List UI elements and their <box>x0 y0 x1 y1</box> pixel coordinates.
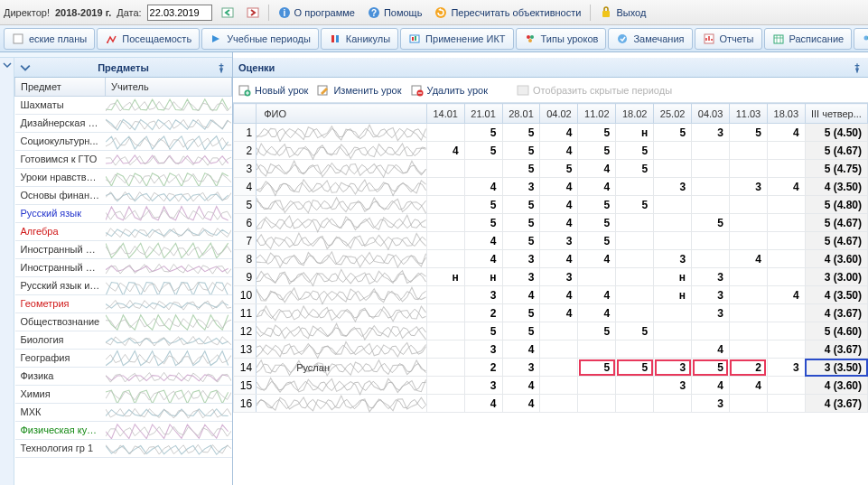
grade-cell[interactable] <box>464 160 502 178</box>
grade-cell[interactable]: 4 <box>578 304 616 322</box>
grade-cell[interactable] <box>426 359 464 377</box>
tab-attendance[interactable]: Посещаемость <box>97 28 200 50</box>
grade-cell[interactable]: 4 <box>502 286 540 304</box>
grades-grid-wrap[interactable]: ФИО14.0121.0128.0104.0211.0218.0225.0204… <box>233 103 868 485</box>
grade-cell[interactable] <box>426 286 464 304</box>
grade-cell[interactable] <box>654 322 692 340</box>
grade-cell[interactable]: 3 <box>654 250 692 268</box>
subject-row[interactable]: Основы финанс... <box>15 186 232 204</box>
grade-cell[interactable] <box>729 286 767 304</box>
grade-cell[interactable]: 5 <box>464 142 502 160</box>
grade-cell[interactable]: 4 <box>540 214 578 232</box>
grade-cell[interactable]: 3 <box>502 178 540 196</box>
grade-cell[interactable] <box>692 250 730 268</box>
final-cell[interactable]: 5 (4.80) <box>805 196 867 214</box>
pin-icon[interactable] <box>852 62 863 73</box>
grade-cell[interactable] <box>426 124 464 142</box>
final-cell[interactable]: 4 (3.67) <box>805 395 867 413</box>
grade-cell[interactable]: 5 <box>502 124 540 142</box>
subject-row[interactable]: Готовимся к ГТО <box>15 150 232 168</box>
grade-cell[interactable]: 2 <box>729 359 767 377</box>
grade-cell[interactable] <box>616 178 654 196</box>
grade-cell[interactable] <box>767 214 805 232</box>
grade-cell[interactable]: 4 <box>540 250 578 268</box>
grade-cell[interactable] <box>729 322 767 340</box>
grade-cell[interactable] <box>616 395 654 413</box>
grade-cell[interactable]: 3 <box>502 250 540 268</box>
date-input[interactable] <box>147 5 212 21</box>
grade-cell[interactable]: 4 <box>578 250 616 268</box>
grade-cell[interactable]: 5 <box>578 322 616 340</box>
tab-periods[interactable]: Учебные периоды <box>201 28 319 50</box>
grade-cell[interactable]: 4 <box>767 178 805 196</box>
col-date[interactable]: 11.03 <box>729 104 767 124</box>
subject-row[interactable]: Алгебра <box>15 222 232 240</box>
grade-row[interactable]: 15545н53545 (4.50) <box>234 124 868 142</box>
grade-cell[interactable] <box>767 250 805 268</box>
subject-row[interactable]: Иностранный яз... <box>15 258 232 276</box>
help-button[interactable]: ?Помощь <box>364 5 426 21</box>
grade-row[interactable]: 24554555 (4.67) <box>234 142 868 160</box>
col-rownum[interactable] <box>234 104 257 124</box>
grade-row[interactable]: 103444н344 (3.50) <box>234 286 868 304</box>
col-fio[interactable]: ФИО <box>257 104 427 124</box>
grade-cell[interactable]: 5 <box>578 196 616 214</box>
subject-row[interactable]: Социокультурн... <box>15 132 232 150</box>
col-date[interactable]: 18.02 <box>616 104 654 124</box>
grade-cell[interactable]: 4 <box>692 340 730 359</box>
exit-button[interactable]: Выход <box>596 5 649 21</box>
grade-cell[interactable]: 5 <box>502 142 540 160</box>
grade-cell[interactable] <box>692 232 730 250</box>
grade-cell[interactable] <box>729 232 767 250</box>
grade-cell[interactable]: 5 <box>578 124 616 142</box>
grade-cell[interactable]: 5 <box>692 359 730 377</box>
pin-icon[interactable] <box>216 62 227 73</box>
subject-row[interactable]: Физика <box>15 367 232 385</box>
subject-row[interactable]: Технология гр 1 <box>15 439 232 457</box>
grade-cell[interactable]: н <box>616 124 654 142</box>
grade-cell[interactable] <box>540 359 578 377</box>
grade-cell[interactable]: 5 <box>616 359 654 377</box>
grade-cell[interactable] <box>540 340 578 359</box>
grade-cell[interactable]: 5 <box>616 322 654 340</box>
show-hidden-button[interactable]: Отобразить скрытые периоды <box>517 84 672 97</box>
collapsed-panel-strip[interactable] <box>0 58 14 485</box>
col-date[interactable]: 28.01 <box>502 104 540 124</box>
subject-row[interactable]: Физическая кул... <box>15 421 232 439</box>
grade-cell[interactable] <box>616 214 654 232</box>
grade-cell[interactable] <box>616 232 654 250</box>
col-date[interactable]: 18.03 <box>767 104 805 124</box>
grade-cell[interactable]: 3 <box>729 178 767 196</box>
subject-row[interactable]: Химия <box>15 385 232 403</box>
grade-cell[interactable]: 5 <box>502 232 540 250</box>
grade-cell[interactable]: 5 <box>578 142 616 160</box>
grade-row[interactable]: 9нн33н33 (3.00) <box>234 268 868 286</box>
chevron-down-icon[interactable] <box>20 62 31 73</box>
grade-cell[interactable]: н <box>654 286 692 304</box>
tab-schedule[interactable]: Расписание <box>764 28 853 50</box>
grade-cell[interactable]: 5 <box>502 196 540 214</box>
grade-cell[interactable] <box>616 304 654 322</box>
grade-cell[interactable] <box>654 232 692 250</box>
grade-cell[interactable] <box>767 340 805 359</box>
final-cell[interactable]: 4 (3.67) <box>805 340 867 359</box>
grade-cell[interactable] <box>426 377 464 395</box>
final-cell[interactable]: 4 (3.67) <box>805 304 867 322</box>
subject-row[interactable]: Шахматы <box>15 96 232 114</box>
grade-cell[interactable]: 4 <box>767 286 805 304</box>
grade-cell[interactable] <box>578 340 616 359</box>
final-cell[interactable]: 4 (3.60) <box>805 250 867 268</box>
grade-cell[interactable]: 4 <box>540 142 578 160</box>
grade-row[interactable]: 355455 (4.75) <box>234 160 868 178</box>
grade-cell[interactable]: 5 <box>502 322 540 340</box>
grade-cell[interactable]: 3 <box>692 304 730 322</box>
subject-row[interactable]: География <box>15 349 232 367</box>
grade-cell[interactable] <box>426 196 464 214</box>
final-cell[interactable]: 3 (3.00) <box>805 268 867 286</box>
grade-cell[interactable] <box>654 160 692 178</box>
grade-cell[interactable]: 4 <box>502 377 540 395</box>
grade-cell[interactable]: 5 <box>540 160 578 178</box>
grade-cell[interactable]: 4 <box>767 124 805 142</box>
grade-cell[interactable]: 3 <box>502 359 540 377</box>
grade-cell[interactable]: 5 <box>616 142 654 160</box>
